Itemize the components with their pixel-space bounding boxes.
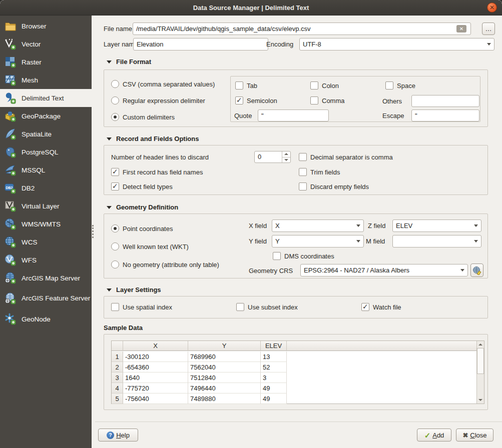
no-geometry-radio[interactable]: No geometry (attribute only table): [111, 260, 219, 268]
watch-file-checkbox[interactable]: Watch file: [361, 303, 401, 311]
sidebar-item-raster[interactable]: Raster: [0, 53, 92, 71]
cell-x[interactable]: -756040: [123, 394, 188, 404]
tab-delimiter-checkbox[interactable]: Tab: [235, 82, 257, 90]
escape-input[interactable]: [411, 110, 479, 122]
sidebar-item-geonode[interactable]: GeoNode: [0, 310, 92, 328]
close-button[interactable]: ✖ Close: [456, 428, 493, 442]
z-field-select[interactable]: ELEV: [392, 220, 481, 232]
scrollbar-thumb[interactable]: [477, 348, 484, 374]
sidebar-item-wms-wmts[interactable]: WMS/WMTS: [0, 215, 92, 233]
comma-delimiter-checkbox[interactable]: Comma: [310, 96, 345, 104]
table-vertical-scrollbar[interactable]: [476, 341, 484, 404]
scroll-up-icon[interactable]: [477, 341, 484, 348]
sidebar-item-db2[interactable]: DB2 DB2: [0, 179, 92, 197]
regex-delimiter-radio[interactable]: Regular expression delimiter: [111, 96, 205, 104]
colon-delimiter-checkbox[interactable]: Colon: [310, 82, 339, 90]
browser-folder-icon: [5, 20, 17, 32]
decimal-separator-checkbox[interactable]: Decimal separator is comma: [299, 153, 393, 161]
wkt-radio[interactable]: Well known text (WKT): [111, 242, 189, 250]
cell-x[interactable]: -300120: [123, 352, 188, 362]
sidebar-item-wcs[interactable]: WCS: [0, 233, 92, 251]
file-format-section-header[interactable]: File Format: [107, 58, 151, 66]
cell-elev[interactable]: 49: [261, 394, 287, 404]
sidebar-item-wfs[interactable]: WFS: [0, 251, 92, 269]
add-button[interactable]: ✓ Add: [417, 428, 451, 442]
browse-file-button[interactable]: …: [482, 22, 495, 35]
cell-elev[interactable]: 13: [261, 352, 287, 362]
sidebar-item-geopackage[interactable]: GeoPackage: [0, 107, 92, 125]
first-record-checkbox[interactable]: First record has field names: [111, 168, 203, 176]
select-crs-button[interactable]: [470, 264, 483, 277]
column-header-x[interactable]: X: [123, 341, 188, 351]
record-fields-section-header[interactable]: Record and Fields Options: [107, 135, 199, 142]
csv-format-radio[interactable]: CSV (comma separated values): [111, 80, 215, 88]
chevron-down-icon: [474, 224, 478, 227]
file-name-input[interactable]: [133, 22, 471, 35]
x-field-select[interactable]: X: [272, 220, 364, 232]
cell-x[interactable]: 1640: [123, 372, 188, 383]
column-header-y[interactable]: Y: [188, 341, 261, 351]
others-label: Others: [382, 98, 402, 105]
others-delimiter-input[interactable]: [411, 95, 479, 107]
virtual-layer-icon: [5, 200, 17, 212]
layer-settings-section-header[interactable]: Layer Settings: [107, 286, 161, 294]
cell-y[interactable]: 7512840: [188, 372, 261, 383]
header-lines-spinbox[interactable]: 0: [254, 151, 291, 163]
scroll-down-icon[interactable]: [477, 396, 484, 404]
dms-coordinates-checkbox[interactable]: DMS coordinates: [273, 252, 334, 260]
semicolon-delimiter-checkbox[interactable]: Semicolon: [235, 96, 277, 104]
y-field-select[interactable]: Y: [272, 235, 364, 248]
column-header-filler: [287, 341, 476, 351]
cell-elev[interactable]: 3: [261, 372, 287, 383]
row-number: 2: [112, 362, 123, 372]
clear-file-name-icon[interactable]: ✕: [456, 25, 466, 32]
quote-input[interactable]: [258, 110, 329, 122]
space-delimiter-checkbox[interactable]: Space: [385, 82, 415, 90]
cell-x[interactable]: -775720: [123, 383, 188, 394]
geonode-icon: [5, 313, 17, 325]
cell-elev[interactable]: 52: [261, 362, 287, 372]
column-header-elev[interactable]: ELEV: [261, 341, 287, 351]
sidebar-item-vector[interactable]: Vector: [0, 35, 92, 53]
title-bar[interactable]: Data Source Manager | Delimited Text ✕: [0, 0, 502, 16]
sidebar-item-delimited-text[interactable]: Delimited Text: [0, 89, 92, 107]
sidebar-item-mssql[interactable]: MSSQL: [0, 161, 92, 179]
custom-delimiters-radio[interactable]: Custom delimiters: [111, 113, 175, 121]
point-coordinates-radio[interactable]: Point coordinates: [111, 224, 173, 232]
use-subset-index-checkbox[interactable]: Use subset index: [236, 303, 298, 311]
window-close-button[interactable]: ✕: [487, 2, 497, 12]
delimited-text-panel: File name ✕ … Layer name Encoding UTF-8 …: [92, 16, 502, 448]
m-field-select[interactable]: [392, 235, 481, 248]
cell-y[interactable]: 7489880: [188, 394, 261, 404]
sidebar-item-mesh[interactable]: Mesh: [0, 71, 92, 89]
sidebar-item-browser[interactable]: Browser: [0, 17, 92, 35]
sidebar-item-virtual-layer[interactable]: Virtual Layer: [0, 197, 92, 215]
encoding-select[interactable]: UTF-8: [299, 38, 494, 50]
corner-header-cell: [112, 341, 123, 351]
sidebar-item-spatialite[interactable]: SpatiaLite: [0, 125, 92, 143]
geometry-crs-label: Geometry CRS: [249, 267, 293, 274]
wms-wmts-icon: [5, 218, 17, 230]
spin-down-icon[interactable]: [282, 157, 290, 163]
discard-empty-fields-checkbox[interactable]: Discard empty fields: [299, 182, 369, 190]
data-source-manager-dialog: Data Source Manager | Delimited Text ✕ B…: [0, 0, 502, 448]
postgresql-icon: [5, 146, 17, 158]
sidebar-item-arcgis-map-server[interactable]: ArcGIS Map Server: [0, 269, 92, 287]
trim-fields-checkbox[interactable]: Trim fields: [299, 168, 340, 176]
cell-y[interactable]: 7496440: [188, 383, 261, 394]
geometry-section-header[interactable]: Geometry Definition: [107, 204, 178, 211]
close-x-icon: ✖: [462, 432, 468, 438]
cell-y[interactable]: 7562040: [188, 362, 261, 372]
layer-name-input[interactable]: [133, 38, 268, 50]
use-spatial-index-checkbox[interactable]: Use spatial index: [111, 303, 172, 311]
spin-up-icon[interactable]: [282, 152, 290, 157]
cell-x[interactable]: -654360: [123, 362, 188, 372]
cell-elev[interactable]: 49: [261, 383, 287, 394]
sidebar-item-arcgis-feature-server[interactable]: ArcGIS Feature Server: [0, 287, 92, 310]
detect-field-types-checkbox[interactable]: Detect field types: [111, 182, 173, 190]
help-button[interactable]: ? Help: [98, 428, 138, 442]
db2-icon: DB2: [5, 182, 17, 194]
cell-y[interactable]: 7689960: [188, 352, 261, 362]
geometry-crs-select[interactable]: EPSG:2964 - NAD27 / Alaska Albers: [300, 264, 468, 276]
sidebar-item-postgresql[interactable]: PostgreSQL: [0, 143, 92, 161]
